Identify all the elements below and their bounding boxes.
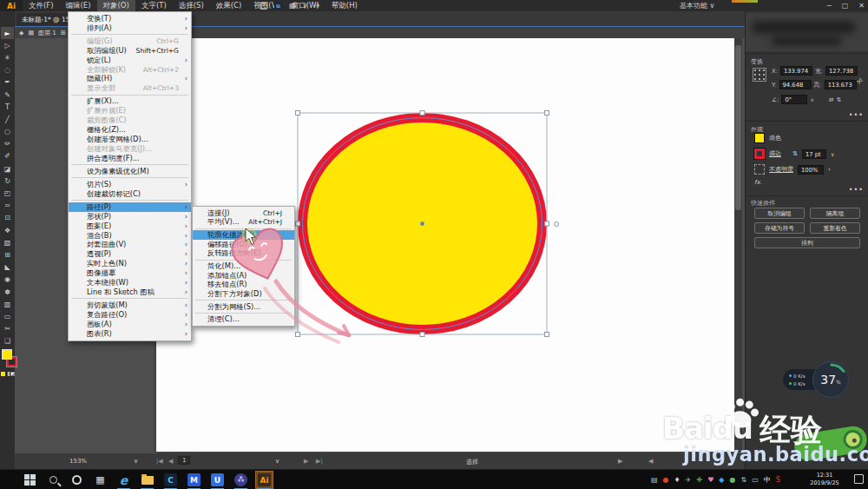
path-submenu-item[interactable]: 连接(J)Ctrl+J <box>193 208 294 218</box>
chevron-down-icon[interactable]: ∨ <box>303 2 308 10</box>
tray-icon[interactable]: ⇅ <box>740 472 746 488</box>
object-menu-item[interactable]: 路径(P)› <box>69 202 191 212</box>
column-graph-tool[interactable]: ▥ <box>1 298 14 310</box>
object-menu-item[interactable]: 剪切蒙版(M)› <box>69 301 191 310</box>
artboard-tool[interactable]: ▭ <box>1 310 14 322</box>
pen-tool[interactable]: ✒ <box>1 76 14 89</box>
direct-selection-tool[interactable]: ▷ <box>1 39 14 51</box>
share-icon[interactable] <box>260 3 267 10</box>
color-mode-icon[interactable] <box>1 372 5 376</box>
y-input[interactable]: 94.648 <box>779 80 812 89</box>
menubar-item-file[interactable]: 文件(F) <box>23 0 60 11</box>
type-tool[interactable]: T <box>1 101 14 113</box>
lasso-tool[interactable]: ◌ <box>1 64 14 76</box>
taskbar-search-button[interactable] <box>45 472 62 488</box>
blend-tool[interactable]: ◉ <box>1 274 14 286</box>
chevron-down-icon[interactable]: ∨ <box>831 151 834 157</box>
tray-icon[interactable]: ✚ <box>696 472 702 488</box>
eraser-tool[interactable]: ◪ <box>1 162 14 175</box>
gradient-mode-icon[interactable] <box>6 372 10 376</box>
panel-more-options[interactable]: ••• <box>849 111 864 119</box>
send-icon[interactable]: ✈ <box>314 2 320 10</box>
next-artboard-icon[interactable]: ▶ <box>304 458 308 465</box>
pencil-tool[interactable]: ✐ <box>1 150 14 162</box>
path-submenu-item[interactable]: 清理(C)... <box>193 315 294 325</box>
menubar-item-type[interactable]: 文字(T) <box>135 0 173 11</box>
taskbar-app-c-button[interactable]: C <box>162 472 179 488</box>
restore-button[interactable]: ▢ <box>842 2 849 10</box>
opacity-label[interactable]: 不透明度 <box>769 165 793 174</box>
taskbar-taskview-button[interactable]: ▦ <box>92 472 108 488</box>
gradient-tool[interactable]: ▧ <box>1 236 14 248</box>
menubar-item-select[interactable]: 选择(S) <box>173 0 210 11</box>
fx-icon[interactable]: fx. <box>754 179 762 186</box>
quick-action-button[interactable]: 重新着色 <box>810 222 860 234</box>
width-input[interactable]: 127.738 <box>825 66 858 76</box>
memory-percent-gauge[interactable]: 37% <box>812 361 849 398</box>
tray-icon[interactable]: ♥ <box>707 472 713 488</box>
stepper-icon[interactable]: ⇅ <box>792 150 798 157</box>
magic-wand-tool[interactable]: ✳ <box>1 51 14 63</box>
tray-icon[interactable]: ▭ <box>752 472 759 488</box>
object-menu-item[interactable]: 图表(R)› <box>69 329 191 339</box>
scale-tool[interactable]: ◰ <box>1 187 14 199</box>
layer-label[interactable]: 图层 1 <box>38 29 56 37</box>
path-submenu-item[interactable]: 反转路径方向(E) <box>193 249 294 259</box>
opacity-arrow-icon[interactable]: › <box>828 166 831 173</box>
path-submenu-item[interactable]: 分割下方对象(D) <box>193 289 294 299</box>
adobe-stock-icon[interactable]: St <box>274 2 282 10</box>
mesh-tool[interactable]: ⊞ <box>1 248 14 261</box>
chevron-down-icon[interactable]: ∨ <box>134 458 138 465</box>
object-menu-item[interactable]: 文本绕排(W)› <box>69 278 191 287</box>
ellipse-tool[interactable]: ○ <box>1 126 14 138</box>
object-menu-item[interactable]: 创建渐变网格(D)... <box>69 135 191 144</box>
object-menu-item[interactable]: 设为像素级优化(M) <box>69 167 191 176</box>
minimize-button[interactable]: ─ <box>827 2 832 10</box>
line-tool[interactable]: ╱ <box>1 113 14 125</box>
vertical-scrollbar[interactable] <box>734 38 742 452</box>
quick-action-button[interactable]: 排列 <box>754 237 860 248</box>
rotate-tool[interactable]: ↻ <box>1 175 14 187</box>
scroll-right-icon[interactable]: ▶ <box>618 458 622 465</box>
object-menu-item[interactable]: 形状(P)› <box>69 212 191 221</box>
object-menu-item[interactable]: 隐藏(H)› <box>69 75 191 84</box>
taskbar-explorer-button[interactable] <box>139 472 155 488</box>
first-artboard-icon[interactable]: |◀ <box>156 458 163 465</box>
reference-point-selector[interactable] <box>753 68 766 82</box>
last-artboard-icon[interactable]: ▶| <box>316 458 323 465</box>
flip-vertical-icon[interactable]: ⇅ <box>837 96 842 103</box>
tray-icon[interactable]: ▤ <box>651 472 658 488</box>
action-center-icon[interactable] <box>854 474 864 484</box>
tray-icon[interactable]: ◆ <box>719 472 724 488</box>
none-mode-icon[interactable] <box>10 372 15 376</box>
path-submenu-item[interactable]: 简化(M)... <box>193 261 294 271</box>
chevron-down-icon[interactable]: ∨ <box>810 96 813 102</box>
stroke-label[interactable]: 描边 <box>769 149 781 158</box>
path-submenu-item[interactable]: 轮廓化描边(U) <box>193 230 294 240</box>
taskbar-app-m-button[interactable]: M <box>186 472 202 488</box>
object-menu-item[interactable]: 封套扭曲(V)› <box>69 241 191 250</box>
slice-tool[interactable]: ✂ <box>1 323 14 335</box>
taskbar-cortana-button[interactable] <box>69 472 85 488</box>
object-menu-item[interactable]: 创建裁切标记(C) <box>69 189 191 199</box>
tray-icon[interactable]: ✈ <box>686 472 692 488</box>
tray-icon[interactable]: 中 <box>764 472 771 488</box>
fill-swatch[interactable] <box>2 349 12 360</box>
opacity-input[interactable]: 100% <box>798 165 824 175</box>
taskbar-start-button[interactable] <box>22 472 38 488</box>
shape-builder-tool[interactable]: ❖ <box>1 224 14 236</box>
object-menu-item[interactable]: 实时上色(N)› <box>69 259 191 268</box>
tray-icon[interactable]: S <box>776 472 780 488</box>
menubar-item-help[interactable]: 帮助(H) <box>326 0 364 11</box>
taskbar-ie-button[interactable]: e <box>115 472 132 488</box>
height-input[interactable]: 113.673 <box>825 80 857 89</box>
object-menu-item[interactable]: 锁定(L)› <box>69 56 191 65</box>
artboard-number[interactable]: 1 <box>178 456 190 465</box>
menubar-item-object[interactable]: 对象(O) <box>97 0 135 11</box>
object-menu-item[interactable]: 画板(A)› <box>69 320 191 329</box>
grid-icon[interactable]: ⊞ <box>61 30 66 36</box>
free-transform-tool[interactable]: ⊡ <box>1 212 14 224</box>
paintbrush-tool[interactable]: ✏ <box>1 138 14 150</box>
path-submenu-item[interactable]: 偏移路径(O)... <box>193 240 294 249</box>
panel-more-options[interactable]: ••• <box>849 186 864 194</box>
